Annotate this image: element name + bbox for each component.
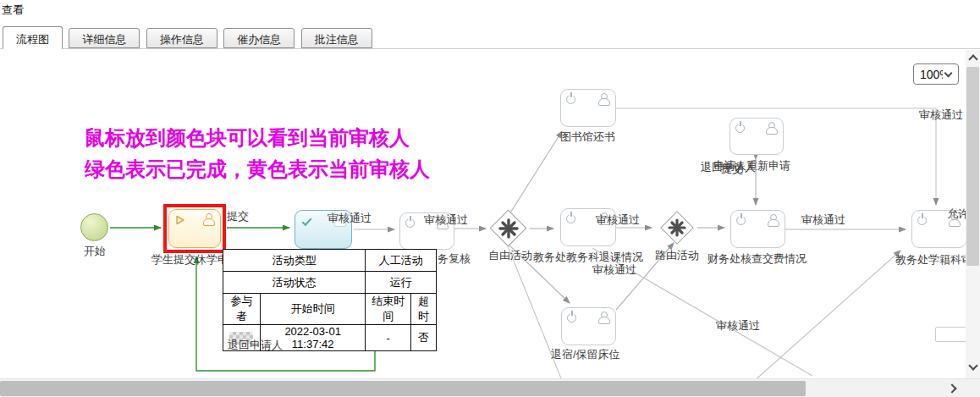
- tab-bar: 流程图 详细信息 操作信息 催办信息 批注信息: [0, 25, 980, 49]
- workflow-viewer-window: 查看 流程图 详细信息 操作信息 催办信息 批注信息: [0, 0, 980, 397]
- edge-label-approved-7: 审核通过: [716, 318, 760, 334]
- tooltip-type-key: 活动类型: [223, 250, 366, 272]
- chevron-down-icon: [944, 69, 953, 78]
- node-library-return[interactable]: [560, 89, 616, 127]
- node-reapply[interactable]: [729, 118, 784, 155]
- node-routing-label: 路由活动: [655, 248, 699, 263]
- person-icon: [765, 122, 777, 133]
- tooltip-row-state: 活动状态 运行: [223, 272, 437, 294]
- tooltip-header-row: 参与者 开始时间 结束时间 超时: [223, 294, 437, 325]
- edge-label-approved-6: 审核通过: [592, 262, 636, 278]
- edge-label-return-bottom: 退回申请人: [228, 338, 283, 353]
- page-title: 查看: [2, 3, 24, 18]
- annotation-line1: 鼠标放到颜色块可以看到当前审核人: [85, 122, 430, 153]
- power-icon: [735, 124, 745, 133]
- chevron-down-icon: [968, 361, 977, 370]
- edge-label-submit: 提交: [227, 209, 249, 224]
- asterisk-icon: [498, 218, 519, 239]
- node-finance-check-label: 财务处核查交费情况: [707, 251, 807, 267]
- node-free-activity-label: 自由活动: [488, 248, 532, 263]
- person-icon: [597, 312, 609, 323]
- check-icon: [302, 216, 312, 226]
- power-icon: [736, 216, 746, 225]
- tooltip-header-overtime: 超时: [411, 294, 437, 325]
- node-dorm-checkout[interactable]: [561, 307, 616, 345]
- power-icon: [917, 216, 927, 225]
- zoom-value: 100%: [920, 68, 943, 81]
- power-icon: [567, 313, 576, 323]
- node-review-recheck-label: 务复核: [438, 251, 471, 267]
- tab-operations[interactable]: 操作信息: [146, 28, 217, 48]
- power-icon: [566, 214, 575, 223]
- edge-label-approved-4: 审核通过: [801, 212, 845, 228]
- tooltip-row-type: 活动类型 人工活动: [223, 250, 437, 272]
- annotation-text: 鼠标放到颜色块可以看到当前审核人 绿色表示已完成，黄色表示当前审核人: [85, 122, 430, 185]
- play-icon: [174, 214, 186, 229]
- person-icon: [767, 214, 779, 225]
- asterisk-icon: [668, 218, 686, 237]
- flowchart-panel: 开始 学生提交休学申请 务复核: [0, 48, 980, 397]
- tooltip-state-value: 运行: [366, 272, 437, 294]
- person-icon: [202, 213, 214, 224]
- power-icon: [566, 95, 575, 104]
- tooltip-header-end: 结束时间: [366, 294, 411, 325]
- current-node-highlight: [163, 204, 226, 253]
- node-start[interactable]: [80, 213, 108, 241]
- tab-flowchart[interactable]: 流程图: [3, 26, 63, 49]
- tab-details[interactable]: 详细信息: [69, 28, 140, 48]
- vertical-scroll-thumb[interactable]: [966, 67, 979, 266]
- vertical-scrollbar[interactable]: [966, 50, 980, 378]
- tab-reminders[interactable]: 催办信息: [223, 28, 295, 48]
- annotation-line2: 绿色表示已完成，黄色表示当前审核人: [85, 153, 430, 185]
- tooltip-overtime-cell: 否: [411, 325, 437, 351]
- node-dorm-checkout-label: 退宿/保留床位: [551, 347, 620, 362]
- tooltip-header-participant: 参与者: [223, 294, 261, 325]
- zoom-select[interactable]: 100%: [913, 63, 959, 85]
- horizontal-scrollbar[interactable]: [0, 378, 980, 397]
- scroll-down-button[interactable]: [966, 359, 980, 374]
- chevron-right-icon: [947, 383, 956, 393]
- node-finance-check[interactable]: [730, 210, 785, 248]
- scroll-right-button[interactable]: [941, 379, 963, 397]
- edge-label-approved-3: 审核通过: [596, 212, 640, 228]
- tooltip-type-value: 人工活动: [366, 250, 437, 272]
- tab-annotations[interactable]: 批注信息: [301, 28, 372, 48]
- node-start-label: 开始: [84, 244, 106, 259]
- edge-label-approved-5: 审核通过: [919, 108, 963, 123]
- node-library-return-label: 图书馆还书: [560, 130, 615, 145]
- node-reapply-label: 申请人重新申请: [713, 158, 790, 174]
- power-icon: [405, 218, 415, 228]
- edge-label-approved-2: 审核通过: [424, 212, 468, 228]
- tooltip-state-key: 活动状态: [223, 272, 366, 294]
- horizontal-scroll-thumb[interactable]: [0, 381, 806, 396]
- node-student-submit[interactable]: [168, 209, 221, 248]
- chevron-up-icon: [968, 54, 977, 63]
- tooltip-header-start: 开始时间: [260, 294, 365, 325]
- person-icon: [597, 93, 609, 104]
- edge-label-approved-1: 审核通过: [328, 211, 372, 226]
- tooltip-end-cell: -: [366, 325, 411, 351]
- activity-tooltip: 活动类型 人工活动 活动状态 运行 参与者 开始时间 结束时间 超时 2022-…: [223, 249, 437, 351]
- scroll-up-button[interactable]: [966, 50, 980, 65]
